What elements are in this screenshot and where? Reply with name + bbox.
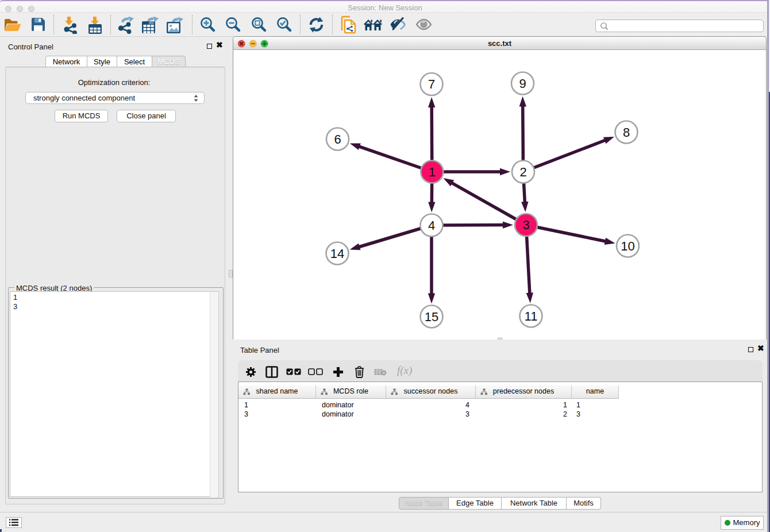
svg-text:9: 9 [519,76,526,91]
svg-text:14: 14 [330,246,344,261]
svg-text:8: 8 [623,125,630,140]
svg-text:3: 3 [522,218,529,232]
svg-text:1: 1 [429,165,436,179]
svg-text:7: 7 [428,77,435,91]
svg-text:10: 10 [621,239,634,253]
svg-text:2: 2 [519,165,526,179]
svg-text:4: 4 [428,218,435,233]
svg-text:15: 15 [425,310,438,324]
svg-text:6: 6 [334,132,341,147]
svg-text:11: 11 [525,309,538,323]
